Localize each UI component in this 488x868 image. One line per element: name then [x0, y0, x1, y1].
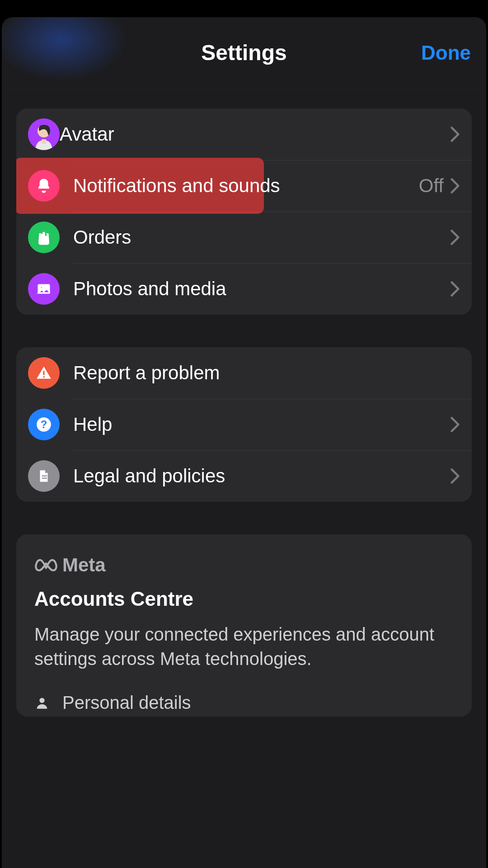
row-notifications[interactable]: Notifications and sounds Off [16, 160, 472, 212]
svg-point-11 [39, 698, 44, 703]
svg-rect-10 [42, 478, 47, 479]
accounts-centre-desc: Manage your connected experiences and ac… [34, 622, 454, 671]
chevron-right-icon [450, 126, 460, 143]
sheet-header: Settings Done [2, 17, 486, 89]
settings-group-preferences: Avatar Notifications and sounds Off [16, 108, 472, 315]
row-photos-label: Photos and media [73, 278, 450, 300]
document-icon [28, 460, 60, 492]
image-icon [28, 273, 60, 305]
help-icon: ? [28, 409, 60, 440]
person-icon [34, 695, 50, 711]
row-avatar-label: Avatar [60, 123, 450, 145]
row-report[interactable]: Report a problem [16, 347, 472, 399]
svg-text:?: ? [41, 418, 47, 430]
row-notifications-label: Notifications and sounds [73, 175, 419, 197]
chevron-right-icon [450, 177, 460, 194]
bell-icon [28, 170, 60, 202]
settings-group-support: Report a problem ? Help Legal and [16, 347, 472, 502]
chevron-right-icon [450, 467, 460, 485]
svg-rect-6 [43, 376, 44, 377]
chevron-right-icon [450, 416, 460, 433]
warning-icon [28, 357, 60, 389]
accounts-centre-card: Meta Accounts Centre Manage your connect… [16, 534, 472, 717]
meta-brand-text: Meta [62, 554, 106, 576]
done-button[interactable]: Done [421, 42, 471, 64]
row-orders-label: Orders [73, 226, 450, 248]
row-help-label: Help [73, 414, 450, 435]
row-legal-label: Legal and policies [73, 465, 450, 487]
svg-rect-2 [42, 139, 46, 144]
meta-logo: Meta [34, 554, 454, 576]
accounts-centre-title: Accounts Centre [34, 588, 454, 610]
page-title: Settings [201, 40, 286, 65]
svg-rect-9 [42, 476, 47, 476]
row-personal-details-label: Personal details [62, 693, 191, 713]
svg-rect-5 [43, 371, 44, 375]
settings-content: Avatar Notifications and sounds Off [2, 89, 486, 717]
row-help[interactable]: ? Help [16, 399, 472, 450]
settings-sheet: Settings Done Avatar [2, 17, 486, 868]
svg-point-4 [40, 287, 42, 289]
row-legal[interactable]: Legal and policies [16, 450, 472, 502]
row-orders[interactable]: Orders [16, 212, 472, 263]
row-personal-details[interactable]: Personal details [34, 689, 454, 717]
avatar-icon [28, 118, 60, 150]
shopping-bag-icon [28, 222, 60, 253]
row-notifications-value: Off [419, 175, 444, 197]
meta-infinity-icon [34, 557, 58, 573]
row-photos[interactable]: Photos and media [16, 263, 472, 315]
row-report-label: Report a problem [73, 362, 460, 384]
row-avatar[interactable]: Avatar [16, 108, 472, 160]
chevron-right-icon [450, 229, 460, 246]
chevron-right-icon [450, 280, 460, 297]
